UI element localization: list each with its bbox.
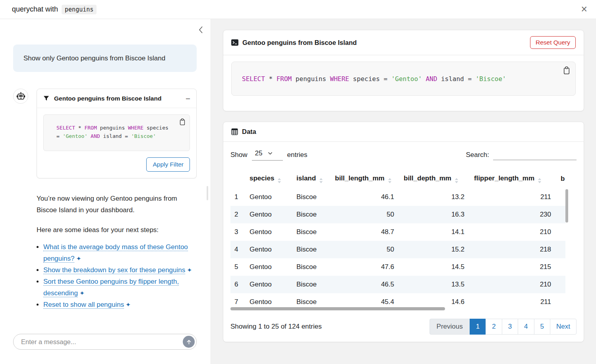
suggestion-item: Sort these Gentoo penguins by flipper le… — [43, 276, 197, 299]
column-header-bill_length_mm[interactable]: bill_length_mm — [331, 171, 400, 188]
assistant-paragraph: Here are some ideas for your next steps: — [37, 224, 197, 236]
table-cell — [557, 188, 565, 206]
table-cell: 5 — [230, 258, 246, 276]
column-header-bill_depth_mm[interactable]: bill_depth_mm — [400, 171, 470, 188]
column-header-island[interactable]: island — [292, 171, 331, 188]
table-cell: Gentoo — [246, 258, 292, 276]
copy-icon[interactable] — [563, 66, 570, 75]
table-cell: 15.2 — [400, 241, 470, 258]
search-input[interactable] — [493, 149, 577, 160]
table-cell: Biscoe — [292, 258, 331, 276]
copy-icon[interactable] — [179, 118, 186, 126]
vertical-scrollbar[interactable] — [565, 189, 568, 223]
suggestion-list: What is the average body mass of these G… — [37, 241, 197, 310]
app-title-text: querychat with — [12, 5, 58, 14]
table-cell: 6 — [230, 276, 246, 293]
table-cell: Gentoo — [246, 223, 292, 241]
data-table-viewport: speciesislandbill_length_mmbill_depth_mm… — [230, 171, 577, 312]
table-row: 5GentooBiscoe47.614.5215 — [230, 258, 565, 276]
page-button-previous[interactable]: Previous — [430, 319, 470, 335]
suggestion-link[interactable]: Reset to show all penguins — [43, 301, 124, 309]
suggestion-item: Reset to show all penguins ✦ — [43, 299, 197, 310]
query-card-header: Gentoo penguins from Biscoe Island Reset… — [223, 30, 584, 55]
page-button-5[interactable]: 5 — [534, 319, 550, 335]
data-card-body: Show 25 entries Search: — [223, 142, 584, 342]
sort-icon — [319, 178, 323, 183]
suggestion-link[interactable]: Sort these Gentoo penguins by flipper le… — [43, 278, 179, 297]
sort-icon — [278, 178, 281, 183]
search-label: Search: — [466, 151, 489, 159]
terminal-icon — [231, 39, 238, 46]
table-cell: 13.2 — [400, 188, 470, 206]
dataset-name-chip: penguins — [62, 5, 97, 14]
table-cell — [557, 293, 565, 311]
data-card-header: Data — [223, 122, 584, 142]
page-button-4[interactable]: 4 — [518, 319, 534, 335]
page-button-1[interactable]: 1 — [470, 319, 486, 335]
table-footer: Showing 1 to 25 of 124 entries Previous1… — [230, 319, 577, 335]
chevron-down-icon — [268, 152, 273, 155]
sql-code: SELECT * FROM penguins WHERE species = '… — [242, 75, 506, 83]
table-cell: 210 — [470, 223, 557, 241]
app-title: querychat with penguins — [12, 5, 97, 14]
data-card: Data Show 25 entries Search: — [223, 122, 584, 342]
page-button-2[interactable]: 2 — [486, 319, 502, 335]
reset-query-button[interactable]: Reset Query — [530, 36, 576, 49]
sql-code-block: SELECT * FROM penguins WHERE species = '… — [43, 114, 190, 151]
dashboard-panel: Gentoo penguins from Biscoe Island Reset… — [211, 19, 596, 364]
table-cell: Biscoe — [292, 206, 331, 223]
table-cell: Biscoe — [292, 188, 331, 206]
table-cell: 14.1 — [400, 223, 470, 241]
user-message-bubble: Show only Gentoo penguins from Biscoe Is… — [13, 45, 197, 72]
sidebar-collapse-icon[interactable] — [198, 25, 203, 35]
table-cell: 4 — [230, 241, 246, 258]
table-row: 4GentooBiscoe5015.2218 — [230, 241, 565, 258]
suggestion-link[interactable]: What is the average body mass of these G… — [43, 243, 188, 263]
query-card: Gentoo penguins from Biscoe Island Reset… — [223, 30, 584, 111]
table-cell: 13.5 — [400, 276, 470, 293]
suggestion-link[interactable]: Show the breakdown by sex for these peng… — [43, 266, 185, 274]
sort-icon — [388, 178, 391, 183]
table-row: 6GentooBiscoe46.513.5210 — [230, 276, 565, 293]
suggestion-item: What is the average body mass of these G… — [43, 241, 197, 264]
table-cell: 230 — [470, 206, 557, 223]
table-row: 2GentooBiscoe5016.3230 — [230, 206, 565, 223]
collapse-minus-icon[interactable]: – — [186, 94, 190, 103]
close-icon[interactable]: × — [581, 4, 587, 15]
column-header-flipper_length_mm[interactable]: flipper_length_mm — [470, 171, 557, 188]
robot-avatar-icon — [13, 89, 28, 104]
page-button-3[interactable]: 3 — [502, 319, 518, 335]
table-cell: Biscoe — [292, 223, 331, 241]
table-cell: 16.3 — [400, 206, 470, 223]
table-cell: 218 — [470, 241, 557, 258]
chat-sidebar: Show only Gentoo penguins from Biscoe Is… — [0, 19, 211, 364]
sidebar-resize-handle[interactable] — [207, 186, 208, 200]
column-header-species[interactable]: species — [246, 171, 292, 188]
filter-card: Gentoo penguins from Biscoe Island – SEL… — [37, 89, 197, 178]
filter-card-title: Gentoo penguins from Biscoe Island — [54, 95, 161, 102]
horizontal-scrollbar[interactable] — [230, 307, 445, 310]
table-row: 1GentooBiscoe46.113.2211 — [230, 188, 565, 206]
filter-card-body: SELECT * FROM penguins WHERE species = '… — [37, 108, 196, 157]
table-cell: 47.6 — [331, 258, 400, 276]
query-card-body: SELECT * FROM penguins WHERE species = '… — [223, 55, 584, 111]
table-cell — [557, 258, 565, 276]
table-cell: 210 — [470, 276, 557, 293]
query-card-title: Gentoo penguins from Biscoe Island — [242, 39, 357, 46]
table-cell: Biscoe — [292, 241, 331, 258]
table-cell: Gentoo — [246, 206, 292, 223]
page-size-value: 25 — [255, 149, 263, 157]
table-cell: 215 — [470, 258, 557, 276]
apply-filter-button[interactable]: Apply Filter — [146, 157, 190, 172]
page-button-next[interactable]: Next — [550, 319, 577, 335]
table-row: 3GentooBiscoe48.714.1210 — [230, 223, 565, 241]
table-cell: 1 — [230, 188, 246, 206]
page-size-select[interactable]: 25 — [252, 149, 283, 161]
message-input[interactable] — [13, 334, 197, 350]
data-card-title: Data — [242, 128, 256, 136]
table-header-row: speciesislandbill_length_mmbill_depth_mm… — [230, 171, 565, 188]
table-info: Showing 1 to 25 of 124 entries — [230, 323, 322, 331]
table-cell — [557, 206, 565, 223]
table-cell: 46.5 — [331, 276, 400, 293]
send-icon[interactable] — [183, 336, 195, 348]
